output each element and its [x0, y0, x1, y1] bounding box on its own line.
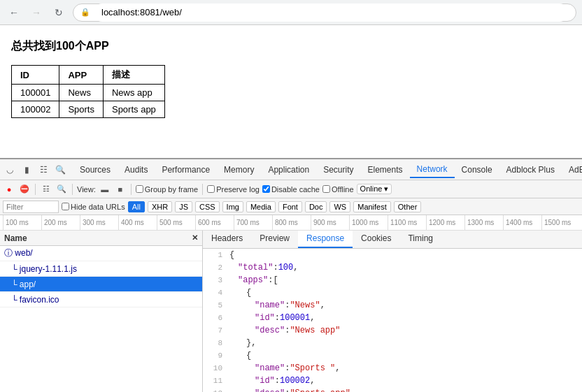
timeline-bar: 100 ms 200 ms 300 ms 400 ms 500 ms 600 m…	[0, 215, 582, 231]
page-title: 总共找到100个APP	[11, 39, 571, 54]
app-table: ID APP 描述 100001 News News app 100002 Sp…	[11, 65, 165, 118]
devtools-tab-audits[interactable]: Audits	[118, 162, 155, 177]
devtools-tab-security[interactable]: Security	[316, 162, 360, 177]
disable-cache-label[interactable]: Disable cache	[262, 185, 320, 194]
devtools-menu: ◡ ▮ ☷ 🔍 Sources Audits Performance Memor…	[0, 159, 582, 180]
tab-timing[interactable]: Timing	[399, 231, 441, 248]
table-row: 100002 Sports Sports app	[12, 101, 165, 118]
group-by-frame-checkbox[interactable]	[136, 185, 143, 193]
separator	[35, 184, 36, 195]
devtools-toolbar: ● ⛔ ☷ 🔍 View: ▬ ■ Group by frame Preserv…	[0, 180, 582, 198]
json-line-8: 8 },	[203, 337, 582, 349]
col-desc: 描述	[103, 66, 164, 85]
forward-button[interactable]: →	[28, 4, 45, 21]
filter-type-manifest[interactable]: Manifest	[353, 201, 391, 212]
lock-icon: 🔒	[80, 8, 90, 17]
view-label: View:	[77, 185, 96, 194]
online-badge[interactable]: Online ▾	[357, 184, 392, 194]
response-content: 1 { 2 "total":100, 3 "apps":[ 4 { 5 "n	[203, 249, 582, 392]
disable-cache-checkbox[interactable]	[262, 185, 270, 193]
json-line-3: 3 "apps":[	[203, 274, 582, 286]
json-line-4: 4 {	[203, 286, 582, 299]
network-item-jquery[interactable]: └ jquery-1.11.1.js	[0, 261, 202, 277]
devtools-tab-performance[interactable]: Performance	[155, 162, 217, 177]
devtools-tab-sources[interactable]: Sources	[73, 162, 118, 177]
search-button[interactable]: 🔍	[55, 183, 68, 196]
filter-icon[interactable]: ☷	[36, 163, 50, 177]
preserve-log-label[interactable]: Preserve log	[207, 185, 260, 194]
separator	[131, 184, 132, 195]
network-item-app[interactable]: └ app/	[0, 277, 202, 292]
filter-type-js[interactable]: JS	[175, 201, 192, 212]
tick-100ms: 100 ms	[3, 215, 41, 230]
json-line-7: 7 "desc":"News app"	[203, 324, 582, 337]
offline-label[interactable]: Offline	[322, 185, 354, 194]
inspect-icon[interactable]: ◡	[3, 163, 17, 177]
tick-400ms: 400 ms	[118, 215, 157, 230]
record-button[interactable]: ●	[3, 183, 15, 196]
col-app: APP	[59, 66, 104, 85]
address-bar[interactable]	[93, 3, 569, 22]
tick-900ms: 900 ms	[311, 215, 349, 230]
network-list: Name ✕ ⓘ web/ └ jquery-1.11.1.js └ app/ …	[0, 231, 203, 392]
filter-type-media[interactable]: Media	[246, 201, 276, 212]
filter-type-img[interactable]: Img	[222, 201, 243, 212]
tab-cookies[interactable]: Cookies	[353, 231, 399, 248]
preserve-log-checkbox[interactable]	[207, 185, 215, 193]
page-content: 总共找到100个APP ID APP 描述 100001 News News a…	[0, 25, 582, 158]
tab-preview[interactable]: Preview	[251, 231, 298, 248]
separator	[72, 184, 73, 195]
clear-button[interactable]: ⛔	[18, 183, 31, 196]
back-button[interactable]: ←	[6, 4, 22, 21]
devtools-tab-application[interactable]: Application	[261, 162, 316, 177]
tick-200ms: 200 ms	[41, 215, 80, 230]
tick-700ms: 700 ms	[234, 215, 272, 230]
devtools-main: Name ✕ ⓘ web/ └ jquery-1.11.1.js └ app/ …	[0, 231, 582, 392]
filter-type-ws[interactable]: WS	[329, 201, 350, 212]
hide-data-urls-label[interactable]: Hide data URLs	[62, 203, 125, 211]
table-row: 100001 News News app	[12, 85, 165, 101]
view-grid-button[interactable]: ■	[114, 183, 127, 196]
devtools-tab-console[interactable]: Console	[455, 162, 499, 177]
devtools-tab-memory[interactable]: Memory	[217, 162, 261, 177]
json-line-10: 10 "name":"Sports ",	[203, 362, 582, 375]
offline-checkbox[interactable]	[322, 185, 330, 193]
devtools-tab-adblock[interactable]: AdBlock	[562, 162, 582, 177]
filter-type-doc[interactable]: Doc	[305, 201, 327, 212]
devtools-panel: ◡ ▮ ☷ 🔍 Sources Audits Performance Memor…	[0, 158, 582, 392]
browser-toolbar: ← → ↻ 🔒	[0, 0, 582, 25]
detail-panel: Headers Preview Response Cookies Timing …	[203, 231, 582, 392]
filter-type-font[interactable]: Font	[278, 201, 302, 212]
json-line-1: 1 {	[203, 249, 582, 261]
col-id: ID	[12, 66, 59, 85]
json-line-12: 12 "desc":"Sports app"	[203, 387, 582, 392]
tab-headers[interactable]: Headers	[203, 231, 251, 248]
devtools-icon-group: ◡ ▮ ☷ 🔍	[3, 163, 67, 177]
tick-300ms: 300 ms	[80, 215, 118, 230]
reload-button[interactable]: ↻	[50, 4, 67, 21]
search-icon[interactable]: 🔍	[53, 163, 67, 177]
detail-tabs: Headers Preview Response Cookies Timing	[203, 231, 582, 249]
filter-type-xhr[interactable]: XHR	[148, 201, 172, 212]
devtools-tab-network[interactable]: Network	[410, 161, 455, 178]
hide-data-urls-checkbox[interactable]	[62, 203, 69, 210]
tick-600ms: 600 ms	[195, 215, 234, 230]
filter-type-all[interactable]: All	[128, 201, 145, 212]
devtools-tab-elements[interactable]: Elements	[361, 162, 410, 177]
tick-1300ms: 1300 ms	[464, 215, 503, 230]
view-list-button[interactable]: ▬	[99, 183, 111, 196]
network-item-favicon[interactable]: └ favicon.ico	[0, 292, 202, 307]
tab-response[interactable]: Response	[298, 231, 353, 248]
filter-type-css[interactable]: CSS	[195, 201, 220, 212]
filter-type-other[interactable]: Other	[394, 201, 422, 212]
tick-1100ms: 1100 ms	[388, 215, 426, 230]
mobile-icon[interactable]: ▮	[20, 163, 34, 177]
devtools-tab-adblock-plus[interactable]: Adblock Plus	[499, 162, 562, 177]
filter-input[interactable]	[3, 201, 59, 213]
json-line-9: 9 {	[203, 349, 582, 362]
group-by-frame-label[interactable]: Group by frame	[136, 185, 198, 194]
network-item-web[interactable]: ⓘ web/	[0, 246, 202, 261]
tick-500ms: 500 ms	[157, 215, 195, 230]
tick-1000ms: 1000 ms	[349, 215, 388, 230]
filter-button[interactable]: ☷	[40, 183, 52, 196]
